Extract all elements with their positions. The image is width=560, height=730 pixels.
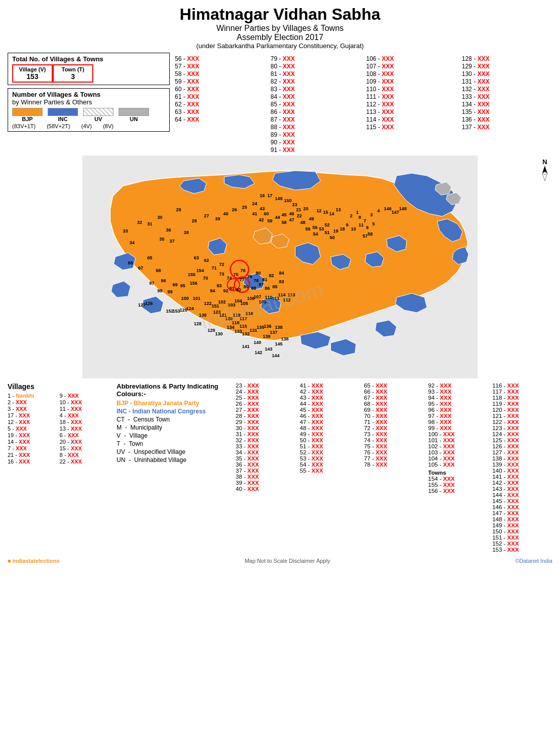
main-item: 95 - XXX <box>428 401 489 407</box>
svg-text:66: 66 <box>128 260 133 265</box>
bjp-legend: BJP <box>12 108 43 122</box>
svg-text:135: 135 <box>257 325 265 330</box>
village-item: 21 - XXX <box>8 452 57 458</box>
main-item: 120 - XXX <box>492 407 552 413</box>
main-item: 35 - XXX <box>236 455 296 462</box>
main-item: 100 - XXX <box>428 431 489 437</box>
svg-text:142: 142 <box>255 350 263 355</box>
num-item: 110 - XXX <box>366 86 457 93</box>
map-svg: 33 32 31 30 29 36 35 37 38 34 66 67 65 6… <box>8 156 552 378</box>
num-item: 87 - XXX <box>271 116 361 123</box>
svg-text:128: 128 <box>194 321 202 326</box>
footer-center: Map Not to Scale Disclaimer Apply <box>245 558 330 564</box>
main-item: 76 - XXX <box>364 449 424 455</box>
svg-text:83: 83 <box>279 279 284 284</box>
svg-text:98: 98 <box>158 288 163 293</box>
svg-text:19: 19 <box>333 228 339 234</box>
svg-text:55: 55 <box>313 225 318 230</box>
svg-text:74: 74 <box>227 276 232 281</box>
svg-text:3: 3 <box>370 212 373 217</box>
num-item: 135 - XXX <box>462 108 552 116</box>
num-item: 129 - XXX <box>462 63 552 70</box>
svg-text:94: 94 <box>210 288 215 293</box>
main-item: 142 - XXX <box>492 480 552 486</box>
main-item: 116 - XXX <box>492 382 552 389</box>
right-numbers: 56 - XXX57 - XXX58 - XXX59 - XXX60 - XXX… <box>175 53 552 153</box>
num-item: 131 - XXX <box>462 78 552 85</box>
svg-text:21: 21 <box>296 207 302 212</box>
abbrev-item: CT - Census Town <box>117 416 228 423</box>
svg-text:54: 54 <box>313 232 318 237</box>
subtitle1: Winner Parties by Villages & Towns <box>8 24 552 33</box>
svg-text:58: 58 <box>282 220 287 225</box>
num-item: 60 - XXX <box>175 86 266 93</box>
svg-text:14: 14 <box>329 211 334 216</box>
main-item: 49 - XXX <box>300 431 360 437</box>
svg-text:45: 45 <box>282 212 287 217</box>
svg-text:90: 90 <box>236 287 241 292</box>
main-col-2: 41 - XXX42 - XXX43 - XXX44 - XXX45 - XXX… <box>300 382 360 553</box>
main-col-4: 92 - XXX93 - XXX94 - XXX95 - XXX96 - XXX… <box>428 382 489 553</box>
main-item: 119 - XXX <box>492 401 552 407</box>
num-item: 86 - XXX <box>271 108 361 116</box>
main-item: 139 - XXX <box>492 462 552 468</box>
num-item: 91 - XXX <box>271 146 361 153</box>
num-item: 109 - XXX <box>366 78 457 85</box>
village-item: 7 - XXX <box>8 445 57 451</box>
main-item: 77 - XXX <box>364 455 424 462</box>
main-item: 68 - XXX <box>364 401 424 407</box>
num-item: 137 - XXX <box>462 124 552 131</box>
main-item: 75 - XXX <box>364 443 424 449</box>
svg-text:79: 79 <box>247 274 252 279</box>
num-item: 113 - XXX <box>366 108 457 116</box>
svg-text:12: 12 <box>317 208 322 213</box>
svg-text:139: 139 <box>263 334 271 339</box>
svg-text:11: 11 <box>359 222 364 227</box>
total-title: Total No. of Villages & Towns <box>12 55 165 63</box>
svg-marker-1 <box>542 173 547 181</box>
main-item: 140 - XXX <box>492 468 552 474</box>
main-item: 26 - XXX <box>236 401 296 407</box>
svg-text:28: 28 <box>192 218 197 223</box>
svg-text:2: 2 <box>350 213 353 218</box>
main-item: 52 - XXX <box>300 449 360 455</box>
svg-text:4: 4 <box>378 208 380 213</box>
num-col-2: 79 - XXX80 - XXX81 - XXX82 - XXX83 - XXX… <box>271 55 361 153</box>
svg-text:10: 10 <box>351 226 356 232</box>
uv-label: UV <box>94 116 102 122</box>
legend-row: BJP INC UV UN <box>12 108 165 122</box>
main-item: 97 - XXX <box>428 413 489 419</box>
main-item: 23 - XXX <box>236 382 296 389</box>
main-item: 141 - XXX <box>492 474 552 480</box>
svg-text:131: 131 <box>250 328 257 333</box>
main-item: 92 - XXX <box>428 382 489 389</box>
village-item: 4 - XXX <box>60 412 109 418</box>
un-color-swatch <box>119 108 149 116</box>
svg-text:23: 23 <box>292 202 297 207</box>
town-item: 154 - XXX <box>428 476 489 482</box>
svg-text:86: 86 <box>265 286 270 291</box>
main-item: 127 - XXX <box>492 449 552 455</box>
main-col-1: 23 - XXX24 - XXX25 - XXX26 - XXX27 - XXX… <box>236 382 296 553</box>
svg-text:25: 25 <box>242 205 247 210</box>
main-item: 43 - XXX <box>300 395 360 401</box>
svg-text:9: 9 <box>346 222 349 227</box>
main-numbers-grid: 23 - XXX24 - XXX25 - XXX26 - XXX27 - XXX… <box>236 382 552 553</box>
num-item: 56 - XXX <box>175 55 266 62</box>
svg-text:130: 130 <box>215 331 223 336</box>
village-item: 17 - XXX <box>8 412 57 418</box>
main-item: 118 - XXX <box>492 395 552 401</box>
villages-section: Villages 1 - Nankhi9 - XXX2 - XXX10 - XX… <box>8 382 109 553</box>
svg-text:122: 122 <box>204 301 212 306</box>
village-item: 11 - XXX <box>60 406 109 412</box>
svg-text:53: 53 <box>319 226 324 232</box>
main-item: 54 - XXX <box>300 462 360 468</box>
main-item: 152 - XXX <box>492 541 552 547</box>
svg-text:96: 96 <box>161 278 166 283</box>
svg-text:35: 35 <box>160 237 165 242</box>
num-item: 59 - XXX <box>175 78 266 85</box>
un-count: (8V) <box>103 123 114 129</box>
main-item: 122 - XXX <box>492 419 552 425</box>
main-item: 151 - XXX <box>492 534 552 541</box>
svg-text:124: 124 <box>186 306 194 311</box>
